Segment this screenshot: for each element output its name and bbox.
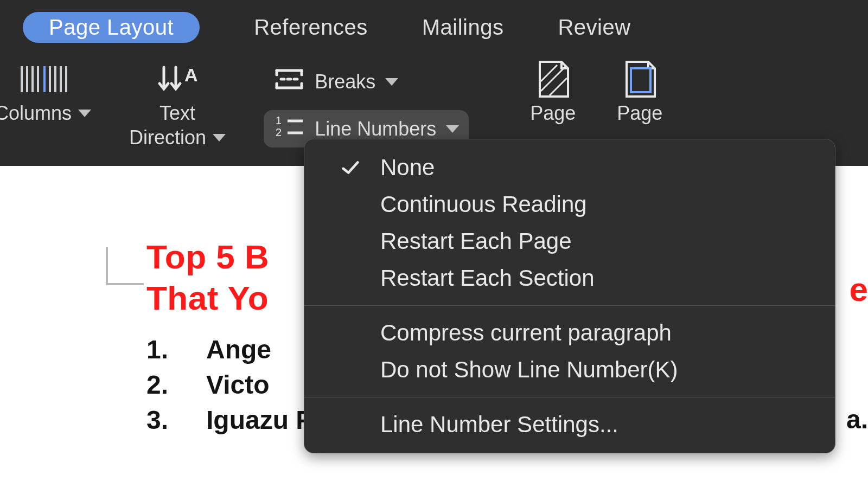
check-icon [340,157,361,178]
breaks-linenumbers-group: Breaks 1 2 Line Numbers [264,63,469,147]
menu-separator [304,305,835,306]
page-button-1[interactable]: Page [528,63,577,125]
menu-separator [304,397,835,397]
columns-icon [18,63,67,95]
page-button-2[interactable]: Page [615,63,664,125]
list-number: 3. [146,403,174,438]
menu-label: None [380,155,435,181]
page-hatched-icon [528,63,577,95]
menu-label: Line Number Settings... [380,412,618,438]
tab-page-layout[interactable]: Page Layout [23,12,200,43]
menu-item-settings[interactable]: Line Number Settings... [304,406,835,443]
svg-text:1: 1 [276,114,282,126]
svg-line-24 [541,65,557,81]
menu-item-do-not-show[interactable]: Do not Show Line Number(K) [304,351,835,388]
list-number: 1. [146,332,174,368]
menu-item-compress[interactable]: Compress current paragraph [304,314,835,351]
tab-references[interactable]: References [254,15,368,40]
text-direction-label-1: Text [159,101,195,125]
tab-mailings[interactable]: Mailings [422,15,504,40]
menu-item-restart-page[interactable]: Restart Each Page [304,223,835,260]
columns-label: Columns [0,101,72,125]
page-margin-corner [106,247,144,285]
text-direction-label-2: Direction [129,125,206,150]
columns-button[interactable]: Columns [0,63,91,125]
list-text: Victo [206,368,269,403]
menu-item-restart-section[interactable]: Restart Each Section [304,260,835,297]
text-direction-button[interactable]: A Text Direction [129,63,226,150]
menu-label: Continuous Reading [380,191,587,217]
breaks-label: Breaks [315,70,375,93]
line-numbers-menu: None Continuous Reading Restart Each Pag… [304,139,835,453]
page-label-1: Page [530,101,576,125]
text-direction-icon: A [153,63,202,95]
line-numbers-label: Line Numbers [315,118,436,140]
menu-label: Compress current paragraph [380,320,672,346]
list-text: Ange [206,332,271,368]
document-list-trail: a. [846,404,868,434]
ribbon-tabs: Page Layout References Mailings Review [0,0,868,48]
svg-text:A: A [184,65,198,85]
menu-label: Restart Each Page [380,228,572,254]
tab-review[interactable]: Review [558,15,630,40]
menu-label: Do not Show Line Number(K) [380,357,678,383]
line-numbers-icon: 1 2 [273,113,305,144]
chevron-down-icon [213,134,226,142]
svg-text:2: 2 [276,126,282,138]
chevron-down-icon [385,78,398,86]
page-label-2: Page [617,101,662,125]
chevron-down-icon [446,125,459,133]
menu-label: Restart Each Section [380,265,595,291]
page-outline-icon [615,63,664,95]
breaks-icon [273,66,305,97]
document-title-trail: e [850,270,868,309]
breaks-button[interactable]: Breaks [264,63,408,100]
chevron-down-icon [78,110,91,117]
svg-rect-26 [631,68,650,92]
list-number: 2. [146,368,174,403]
menu-item-none[interactable]: None [304,149,835,186]
menu-item-continuous[interactable]: Continuous Reading [304,186,835,223]
